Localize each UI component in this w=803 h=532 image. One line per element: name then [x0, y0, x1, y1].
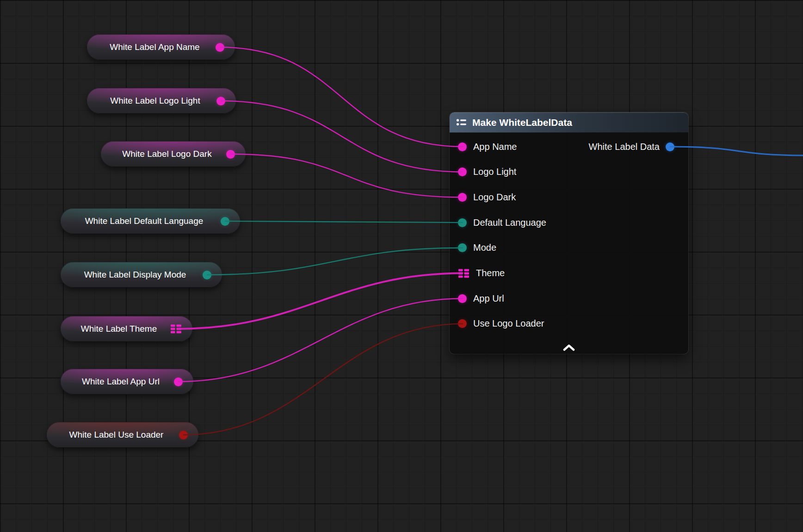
- make-node-title: Make WhiteLabelData: [472, 117, 572, 128]
- wire-use-loader: [183, 324, 463, 435]
- input-label-app-name: App Name: [473, 142, 517, 152]
- getter-node-theme[interactable]: White Label Theme: [60, 316, 193, 342]
- output-row-white-label-data[interactable]: White Label Data: [589, 137, 674, 156]
- wire-app-name: [220, 47, 463, 147]
- app-url-input-pin[interactable]: [458, 294, 467, 303]
- white-label-data-output-pin[interactable]: [666, 142, 674, 151]
- logo-light-input-pin[interactable]: [458, 167, 467, 176]
- make-whitelabeldata-node[interactable]: Make WhiteLabelData App NameLogo LightLo…: [450, 112, 688, 354]
- getter-label-display-mode: White Label Display Mode: [71, 270, 203, 280]
- make-struct-icon: [456, 118, 467, 127]
- logo-light-output-pin[interactable]: [216, 97, 225, 105]
- input-label-mode: Mode: [473, 242, 496, 253]
- getter-label-theme: White Label Theme: [71, 324, 170, 334]
- make-input-row-theme[interactable]: Theme: [458, 264, 505, 283]
- getter-node-logo-dark[interactable]: White Label Logo Dark: [100, 141, 246, 167]
- input-label-app-url: App Url: [473, 293, 504, 304]
- getter-label-logo-light: White Label Logo Light: [98, 96, 216, 106]
- getter-node-use-loader[interactable]: White Label Use Loader: [46, 422, 199, 448]
- input-label-theme: Theme: [476, 268, 505, 278]
- collapse-button[interactable]: [560, 343, 578, 352]
- getter-label-use-loader: White Label Use Loader: [57, 430, 179, 440]
- getter-label-app-name: White Label App Name: [98, 42, 216, 52]
- app-name-output-pin[interactable]: [216, 43, 224, 52]
- getter-node-display-mode[interactable]: White Label Display Mode: [60, 262, 222, 288]
- getter-node-default-language[interactable]: White Label Default Language: [60, 208, 241, 234]
- theme-input-pin[interactable]: [458, 268, 469, 278]
- blueprint-canvas[interactable]: White Label App NameWhite Label Logo Lig…: [0, 0, 803, 532]
- input-label-use-logo-loader: Use Logo Loader: [473, 318, 544, 329]
- make-input-row-mode[interactable]: Mode: [458, 239, 496, 257]
- app-name-input-pin[interactable]: [458, 142, 467, 151]
- make-node-header[interactable]: Make WhiteLabelData: [450, 112, 688, 133]
- wire-app-url: [178, 298, 463, 382]
- getter-node-logo-light[interactable]: White Label Logo Light: [86, 88, 236, 114]
- default-language-input-pin[interactable]: [458, 218, 467, 227]
- getter-label-default-language: White Label Default Language: [71, 216, 221, 226]
- output-label: White Label Data: [589, 142, 660, 152]
- input-label-logo-light: Logo Light: [473, 167, 516, 177]
- make-input-row-app-name[interactable]: App Name: [458, 137, 517, 156]
- make-input-row-logo-light[interactable]: Logo Light: [458, 163, 516, 181]
- theme-output-pin[interactable]: [170, 324, 182, 334]
- display-mode-output-pin[interactable]: [203, 271, 211, 279]
- wire-logo-dark: [230, 154, 463, 197]
- wire-default-language: [225, 221, 463, 223]
- getter-label-app-url: White Label App Url: [71, 377, 174, 387]
- getter-node-app-name[interactable]: White Label App Name: [86, 34, 235, 60]
- default-language-output-pin[interactable]: [221, 217, 229, 226]
- getter-node-app-url[interactable]: White Label App Url: [60, 369, 194, 395]
- app-url-output-pin[interactable]: [174, 377, 183, 386]
- getter-label-logo-dark: White Label Logo Dark: [111, 149, 226, 159]
- mode-input-pin[interactable]: [458, 243, 467, 252]
- use-logo-loader-input-pin[interactable]: [458, 319, 467, 328]
- logo-dark-input-pin[interactable]: [458, 193, 467, 202]
- make-input-row-app-url[interactable]: App Url: [458, 289, 504, 308]
- input-label-logo-dark: Logo Dark: [473, 192, 516, 203]
- make-input-row-logo-dark[interactable]: Logo Dark: [458, 188, 516, 206]
- wire-logo-light: [221, 101, 463, 172]
- chevron-up-icon: [562, 344, 576, 351]
- wire-display-mode: [207, 248, 463, 275]
- use-loader-output-pin[interactable]: [179, 431, 188, 439]
- logo-dark-output-pin[interactable]: [226, 150, 235, 159]
- make-input-row-default-language[interactable]: Default Language: [458, 213, 546, 232]
- input-label-default-language: Default Language: [473, 217, 546, 228]
- wire-output-to-right-edge: [670, 147, 803, 155]
- make-input-row-use-logo-loader[interactable]: Use Logo Loader: [458, 315, 544, 333]
